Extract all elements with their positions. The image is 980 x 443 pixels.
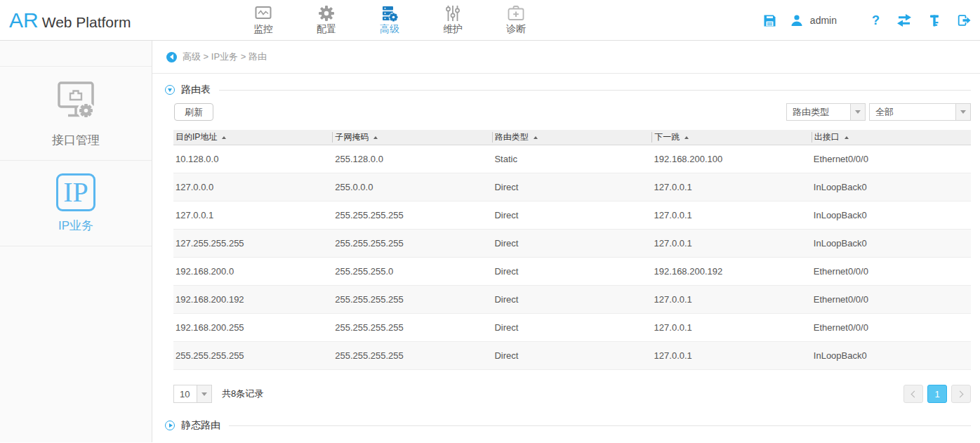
section-divider	[219, 90, 971, 91]
route-type-value-dropdown[interactable]: 全部	[869, 103, 971, 121]
table-cell: 255.255.255.255	[333, 294, 492, 305]
content-panel: 高级 > IP业务 > 路由 路由表 刷新 路由类型 全部	[152, 41, 980, 442]
routing-table-section-header: 路由表	[165, 84, 971, 96]
nav-label: 维护	[443, 23, 463, 36]
sidebar-spacer	[0, 41, 152, 67]
chevron-right-icon	[169, 423, 173, 428]
table-row[interactable]: 192.168.200.192 255.255.255.255 Direct 1…	[173, 286, 971, 314]
page-size-value: 10	[174, 385, 197, 402]
user-icon	[790, 14, 803, 27]
nav-tab-diagnose[interactable]: 诊断	[484, 3, 548, 36]
table-cell: 127.0.0.1	[652, 238, 812, 249]
logout-button[interactable]	[957, 14, 971, 27]
page-1-button[interactable]: 1	[927, 385, 947, 403]
table-row[interactable]: 255.255.255.255 255.255.255.255 Direct 1…	[173, 342, 971, 370]
user-button[interactable]	[790, 14, 803, 27]
gear-icon	[317, 3, 336, 22]
table-cell: 255.0.0.0	[333, 182, 492, 192]
table-row[interactable]: 127.0.0.0 255.0.0.0 Direct 127.0.0.1 InL…	[173, 173, 971, 201]
prev-page-button[interactable]	[903, 385, 923, 403]
sliders-icon	[444, 3, 462, 22]
table-cell: 127.0.0.0	[173, 182, 333, 192]
filter-controls: 路由类型 全部	[786, 103, 971, 121]
dropdown-value: 全部	[870, 104, 955, 120]
main-area: 接口管理 IP IP业务 高级 > IP业务 > 路由 路由表 刷新 路由类型	[0, 41, 980, 442]
sort-asc-icon	[222, 136, 226, 139]
caret-down-icon	[855, 110, 861, 114]
column-label: 子网掩码	[335, 131, 369, 143]
table-cell: 127.0.0.1	[652, 350, 812, 361]
table-cell: Ethernet0/0/0	[812, 294, 971, 305]
table-cell: Direct	[492, 210, 651, 220]
refresh-button[interactable]: 刷新	[174, 103, 213, 121]
table-row[interactable]: 192.168.200.255 255.255.255.255 Direct 1…	[173, 314, 971, 342]
table-row[interactable]: 10.128.0.0 255.128.0.0 Static 192.168.20…	[173, 145, 971, 173]
sidebar-item-label: 接口管理	[52, 132, 100, 148]
nav-tab-advanced[interactable]: 高级	[358, 3, 421, 36]
back-button[interactable]	[166, 52, 177, 62]
advanced-server-gear-icon	[380, 3, 399, 22]
chevron-right-icon	[957, 390, 964, 397]
logo-platform-text: Web Platform	[42, 14, 131, 31]
save-button[interactable]	[763, 14, 776, 27]
sidebar-item-label: IP业务	[58, 218, 93, 234]
table-cell: 255.255.255.255	[333, 238, 492, 249]
nav-tab-maintain[interactable]: 维护	[421, 3, 484, 36]
column-header-next-hop[interactable]: 下一跳	[651, 132, 811, 143]
table-row[interactable]: 127.0.0.1 255.255.255.255 Direct 127.0.0…	[173, 201, 971, 230]
column-header-route-type[interactable]: 路由类型	[492, 132, 651, 143]
save-icon	[763, 14, 776, 27]
dropdown-arrow-button[interactable]	[197, 385, 211, 402]
column-label: 下一跳	[654, 131, 680, 143]
table-cell: 192.168.200.0	[173, 266, 333, 277]
column-header-subnet-mask[interactable]: 子网掩码	[332, 132, 491, 143]
table-cell: 192.168.200.192	[652, 266, 812, 277]
table-cell: Static	[492, 154, 651, 164]
main-nav: 监控 配置 高级 维护 诊断	[232, 3, 548, 36]
section-divider	[229, 425, 971, 426]
sidebar-item-ip-services[interactable]: IP IP业务	[0, 161, 152, 246]
column-label: 出接口	[814, 131, 840, 143]
username-text: admin	[810, 15, 837, 26]
static-route-section-header: 静态路由	[165, 419, 971, 432]
table-cell: 127.255.255.255	[173, 238, 333, 249]
dropdown-arrow-button[interactable]	[955, 104, 970, 120]
next-page-button[interactable]	[951, 385, 971, 403]
top-bar: AR Web Platform 监控 配置 高级 维护	[0, 0, 980, 41]
key-icon	[929, 14, 940, 27]
route-type-field-dropdown[interactable]: 路由类型	[786, 103, 866, 121]
table-cell: InLoopBack0	[812, 238, 971, 249]
table-cell: 192.168.200.100	[652, 154, 812, 164]
expand-toggle-button[interactable]	[165, 421, 175, 430]
table-cell: 127.0.0.1	[652, 210, 812, 220]
table-cell: 192.168.200.255	[173, 322, 333, 333]
sort-asc-icon	[373, 136, 378, 139]
pagination: 1	[903, 385, 971, 403]
collapse-toggle-button[interactable]	[165, 85, 175, 95]
table-cell: 127.0.0.1	[652, 322, 812, 333]
sort-asc-icon	[534, 136, 538, 139]
help-icon: ?	[872, 14, 880, 27]
section-title: 静态路由	[181, 419, 220, 432]
sidebar-item-interface-mgmt[interactable]: 接口管理	[0, 67, 152, 161]
top-right-tools: admin ?	[763, 0, 971, 41]
table-cell: Direct	[492, 182, 651, 192]
sort-asc-icon	[684, 136, 689, 139]
transfer-arrows-icon	[896, 13, 912, 27]
breadcrumb: 高级 > IP业务 > 路由	[183, 51, 267, 63]
column-label: 路由类型	[495, 131, 529, 143]
column-header-dest-ip[interactable]: 目的IP地址	[173, 132, 332, 143]
breadcrumb-bar: 高级 > IP业务 > 路由	[152, 41, 980, 74]
dropdown-arrow-button[interactable]	[850, 104, 865, 120]
table-row[interactable]: 192.168.200.0 255.255.255.0 Direct 192.1…	[173, 258, 971, 286]
transfer-button[interactable]	[896, 13, 912, 27]
page-size-dropdown[interactable]: 10	[173, 385, 212, 403]
column-header-out-interface[interactable]: 出接口	[812, 132, 971, 143]
help-button[interactable]: ?	[872, 14, 880, 27]
table-body: 10.128.0.0 255.128.0.0 Static 192.168.20…	[173, 145, 971, 370]
key-button[interactable]	[929, 14, 940, 27]
table-row[interactable]: 127.255.255.255 255.255.255.255 Direct 1…	[173, 230, 971, 258]
nav-tab-monitor[interactable]: 监控	[232, 3, 295, 36]
nav-tab-config[interactable]: 配置	[295, 3, 358, 36]
table-cell: Direct	[492, 266, 651, 277]
